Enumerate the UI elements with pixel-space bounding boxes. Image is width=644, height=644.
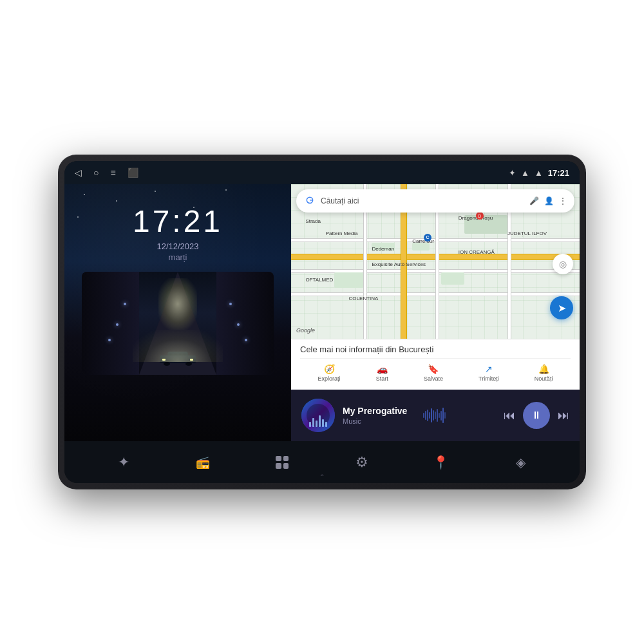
map-section[interactable]: Strada Pattern Media Carrefour Dragonul … — [291, 184, 580, 339]
dock-item-apps[interactable] — [267, 447, 298, 478]
track-title: My Prerogative — [343, 406, 415, 416]
noutati-label: Noutăți — [535, 375, 553, 382]
wf-11 — [442, 408, 444, 423]
map-label-dedeman: Dedeman — [372, 246, 394, 252]
signal-icon: ▲ — [521, 168, 529, 178]
cube-dock-icon: ◈ — [516, 455, 526, 470]
noutati-icon: 🔔 — [538, 364, 549, 374]
wf-2 — [425, 411, 426, 420]
wf-1 — [423, 413, 424, 418]
wf-7 — [435, 412, 436, 419]
wave-bar-4 — [319, 415, 321, 427]
bluetooth-icon: ✦ — [509, 168, 516, 178]
wave-bar-2 — [312, 418, 314, 427]
car-silhouette — [160, 350, 196, 367]
device: ◁ ○ ≡ ⬛ ✦ ▲ ▲ 17:21 — [58, 155, 586, 489]
wf-3 — [427, 410, 428, 421]
map-background: Strada Pattern Media Carrefour Dragonul … — [291, 184, 580, 339]
dock-item-maps[interactable]: 📍 — [426, 447, 457, 478]
right-panel: Strada Pattern Media Carrefour Dragonul … — [291, 184, 580, 441]
dock-chevron-up[interactable]: ⌃ — [319, 473, 325, 480]
music-controls: ⏮ ⏸ ⏭ — [504, 402, 569, 429]
music-waveform — [423, 406, 496, 425]
status-bar: ◁ ○ ≡ ⬛ ✦ ▲ ▲ 17:21 — [64, 161, 580, 184]
wheel-left — [164, 362, 170, 366]
tab-noutati[interactable]: 🔔 Noutăți — [529, 361, 558, 384]
wave-bar-1 — [309, 422, 311, 427]
wave-bar-6 — [325, 422, 327, 427]
main-content: 17:21 12/12/2023 marți — [64, 184, 580, 441]
radio-dock-icon: 📻 — [196, 455, 210, 469]
explorati-label: Explorați — [318, 375, 341, 382]
play-pause-icon: ⏸ — [531, 410, 542, 421]
headlight-right — [190, 359, 193, 361]
bluetooth-dock-icon: ✦ — [118, 454, 129, 471]
next-button[interactable]: ⏭ — [558, 409, 569, 422]
maps-dock-icon: 📍 — [433, 455, 449, 470]
side-light-r2 — [237, 323, 240, 326]
tunnel-wall-right — [216, 272, 274, 375]
info-title: Cele mai noi informații din București — [300, 345, 571, 354]
map-label-strada: Strada — [305, 218, 321, 224]
wf-4 — [429, 412, 430, 419]
tunnel-light-glow — [158, 278, 197, 330]
lock-screen-time: 17:21 — [133, 204, 223, 239]
status-icons: ✦ ▲ ▲ 17:21 — [509, 168, 569, 178]
tunnel-wall-left — [82, 272, 140, 375]
wave-container — [301, 399, 335, 432]
microphone-icon[interactable]: 🎤 — [529, 196, 539, 205]
back-button[interactable]: ◁ — [75, 167, 82, 178]
star-5 — [225, 189, 227, 191]
map-pin-dragonul: D — [476, 212, 484, 220]
dock-item-cube[interactable]: ◈ — [505, 447, 536, 478]
dock-item-settings[interactable]: ⚙ — [346, 447, 377, 478]
map-label-ion-creanga: ION CREANGĂ — [459, 249, 495, 255]
grid-icon[interactable]: ⋮ — [559, 196, 567, 205]
wf-9 — [439, 413, 440, 418]
home-button[interactable]: ○ — [93, 167, 99, 178]
music-player: My Prerogative Music — [291, 390, 580, 441]
map-block-3 — [334, 272, 363, 288]
google-maps-icon — [304, 195, 316, 207]
info-bar: Cele mai noi informații din București 🧭 … — [291, 339, 580, 390]
tab-salvate[interactable]: 🔖 Salvate — [419, 361, 448, 384]
map-search-bar[interactable]: Căutați aici 🎤 👤 ⋮ — [296, 189, 574, 213]
map-label-oftalmed: OFTALMED — [305, 277, 333, 283]
nav-buttons: ◁ ○ ≡ ⬛ — [75, 167, 138, 178]
side-light-r3 — [245, 339, 247, 341]
headlight-left — [162, 359, 166, 361]
trimiteti-icon: ↗ — [485, 364, 493, 374]
wf-10 — [440, 411, 442, 421]
location-button[interactable]: ◎ — [553, 254, 573, 274]
dock-item-radio[interactable]: 📻 — [187, 447, 218, 478]
map-label-colentina: COLENTINA — [349, 296, 379, 301]
trimiteti-label: Trimiteți — [478, 375, 499, 382]
screenshot-button[interactable]: ⬛ — [128, 167, 138, 178]
google-logo: Google — [296, 327, 315, 334]
wifi-icon: ▲ — [535, 168, 543, 178]
wave-bars — [309, 415, 327, 427]
prev-button[interactable]: ⏮ — [504, 409, 515, 422]
wf-5 — [431, 408, 432, 422]
lock-screen-panel: 17:21 12/12/2023 marți — [64, 184, 291, 441]
track-subtitle: Music — [343, 417, 415, 425]
tab-start[interactable]: 🚗 Start — [371, 361, 393, 384]
star-1 — [84, 194, 85, 195]
salvate-label: Salvate — [424, 375, 443, 382]
tab-trimiteti[interactable]: ↗ Trimiteți — [473, 361, 504, 384]
tab-explorati[interactable]: 🧭 Explorați — [313, 361, 346, 384]
apps-grid-icon — [276, 456, 289, 469]
wf-8 — [437, 409, 438, 422]
track-info: My Prerogative Music — [343, 406, 415, 425]
play-pause-button[interactable]: ⏸ — [523, 402, 550, 429]
settings-dock-icon: ⚙ — [355, 454, 368, 471]
map-label-pattern: Pattern Media — [326, 231, 358, 236]
account-icon[interactable]: 👤 — [544, 196, 554, 205]
navigate-button[interactable]: ➤ — [550, 296, 573, 319]
dock-item-bluetooth[interactable]: ✦ — [108, 447, 139, 478]
wheel-right — [185, 362, 192, 366]
wave-bar-5 — [322, 419, 324, 427]
menu-button[interactable]: ≡ — [110, 167, 115, 178]
map-label-exquisite: Exquisite Auto Services — [372, 261, 426, 267]
star-6 — [77, 216, 79, 218]
